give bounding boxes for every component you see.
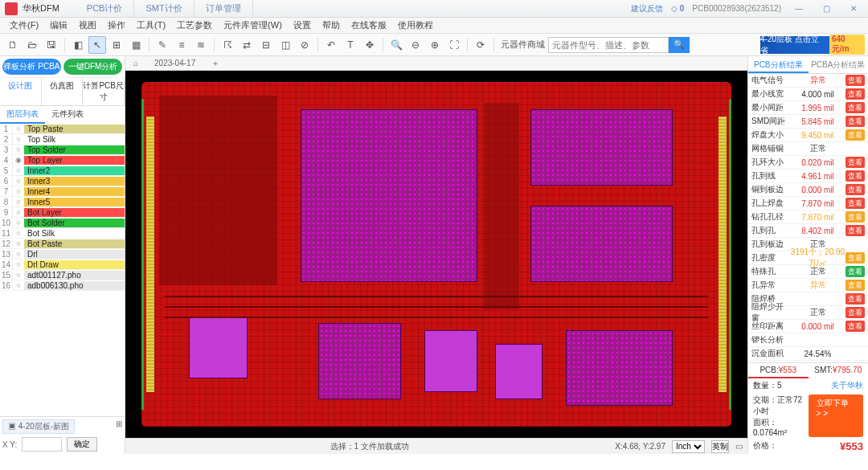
fit-icon[interactable]: ⛶ (445, 36, 463, 54)
home-icon[interactable]: ⌂ (133, 59, 138, 67)
tool-d[interactable]: ≡ (173, 36, 190, 54)
view-tag[interactable]: ▣ 4-20层板-新图 (2, 419, 75, 434)
zoom-icon[interactable]: 🔍 (387, 36, 405, 54)
layer-row[interactable]: 15○adt001127.pho (0, 270, 125, 280)
status-expand-icon[interactable]: ▭ (735, 442, 743, 451)
tab-pcba-result[interactable]: PCBA分析结果 (809, 56, 869, 73)
menu-item[interactable]: 设置 (289, 18, 316, 33)
layer-row[interactable]: 2○Top Silk (0, 134, 125, 145)
tool-b[interactable]: ⊞ (108, 36, 125, 54)
layer-row[interactable]: 7○Inner4 (0, 186, 125, 197)
menu-item[interactable]: 工具(T) (132, 18, 170, 33)
menu-item[interactable]: 文件(F) (5, 18, 43, 33)
view-button[interactable]: 查看 (845, 252, 865, 264)
view-button[interactable]: 查看 (845, 280, 865, 291)
view-button[interactable]: 查看 (845, 211, 865, 223)
share-icon[interactable]: ☈ (219, 36, 236, 54)
view-button[interactable]: 查看 (845, 88, 865, 100)
menu-item[interactable]: 操作 (103, 18, 130, 33)
text-icon[interactable]: T (342, 36, 359, 54)
view-button[interactable]: 查看 (845, 307, 865, 318)
view-button[interactable]: 查看 (845, 170, 865, 182)
tool-c[interactable]: ▦ (127, 36, 145, 54)
menu-item[interactable]: 帮助 (317, 18, 345, 33)
expand-icon[interactable]: ⊞ (116, 419, 122, 428)
layer-row[interactable]: 10○Bot Solder (0, 218, 125, 228)
top-tab[interactable]: SMT计价 (134, 0, 194, 17)
sub-tab[interactable]: 图层列表 (0, 106, 45, 124)
menu-item[interactable]: 使用教程 (393, 18, 438, 33)
layer-row[interactable]: 12○Bot Paste (0, 239, 125, 249)
view-button[interactable]: 查看 (845, 321, 865, 332)
tab-pcb-result[interactable]: PCB分析结果 (748, 56, 809, 73)
min-button[interactable]: — (789, 4, 809, 13)
view-button[interactable]: 查看 (845, 266, 865, 277)
search-input[interactable] (548, 37, 669, 53)
sub-tab[interactable]: 元件列表 (45, 106, 90, 124)
view-button[interactable]: 查看 (845, 198, 865, 209)
layer-row[interactable]: 3○Top Solder (0, 145, 125, 155)
layer-row[interactable]: 1○Top Paste (0, 124, 125, 134)
search-button[interactable]: 🔍 (669, 37, 690, 53)
top-tab[interactable]: PCB计价 (76, 0, 135, 17)
msg-count[interactable]: ◇ 0 (671, 4, 684, 13)
brush-icon[interactable]: ✎ (154, 36, 171, 54)
layer-row[interactable]: 16○adb006130.pho (0, 280, 125, 291)
layer-row[interactable]: 9○Bot Layer (0, 207, 125, 218)
add-tab-icon[interactable]: ＋ (211, 58, 219, 69)
view-button[interactable]: 查看 (845, 157, 865, 168)
zoomin-icon[interactable]: ⊕ (426, 36, 444, 54)
xy-input[interactable] (22, 437, 62, 452)
tool-e[interactable]: ≋ (192, 36, 210, 54)
unit-select[interactable]: Inch (672, 440, 705, 453)
feedback-link[interactable]: 建议反馈 (631, 3, 663, 14)
about-link[interactable]: 关于华秋 (831, 380, 863, 391)
move-icon[interactable]: ✥ (361, 36, 379, 54)
tool-g[interactable]: ◫ (276, 36, 294, 54)
delete-icon[interactable]: ⊘ (296, 36, 313, 54)
analyze-pcba-button[interactable]: 裸板分析 PCBA (2, 59, 61, 75)
layer-row[interactable]: 11○Bot Silk (0, 228, 125, 239)
promo-banner[interactable]: 4-20层板 点击立省640元/m (760, 36, 865, 54)
view-button[interactable]: 查看 (845, 116, 865, 127)
new-icon[interactable]: 🗋 (4, 36, 22, 54)
left-tab[interactable]: 仿真图 (42, 78, 84, 105)
open-icon[interactable]: 🗁 (23, 36, 41, 54)
view-button[interactable]: 查看 (845, 102, 865, 113)
view-button[interactable]: 查看 (845, 129, 865, 141)
price-tab-smt[interactable]: SMT:¥795.70 (809, 363, 869, 378)
top-tab[interactable]: 订单管理 (194, 0, 253, 17)
pcb-canvas[interactable] (125, 71, 747, 438)
unit-system-button[interactable]: 英制 (711, 440, 729, 453)
order-now-button[interactable]: 立即下单 > > (809, 394, 863, 437)
menu-item[interactable]: 元件库管理(W) (219, 18, 287, 33)
close-button[interactable]: ✕ (844, 4, 863, 13)
view-button[interactable]: 查看 (845, 225, 865, 236)
layer-row[interactable]: 4◉Top Layer (0, 155, 125, 166)
view-button[interactable]: 查看 (845, 75, 865, 86)
undo-icon[interactable]: ↶ (322, 36, 340, 54)
layer-row[interactable]: 8○Inner5 (0, 197, 125, 207)
zoomout-icon[interactable]: ⊖ (407, 36, 424, 54)
menu-item[interactable]: 工艺参数 (172, 18, 217, 33)
menu-item[interactable]: 视图 (74, 18, 101, 33)
refresh-icon[interactable]: ⟳ (472, 36, 489, 54)
save-icon[interactable]: 🖫 (43, 36, 60, 54)
swap-icon[interactable]: ⇄ (238, 36, 256, 54)
layer-row[interactable]: 6○Inner3 (0, 176, 125, 186)
view-button[interactable]: 查看 (845, 184, 865, 195)
layer-row[interactable]: 5○Inner2 (0, 166, 125, 176)
confirm-button[interactable]: 确定 (67, 437, 97, 452)
tool-a[interactable]: ◧ (69, 36, 87, 54)
left-tab[interactable]: 计算PCB尺寸 (83, 78, 125, 105)
layer-row[interactable]: 14○Drl Draw (0, 260, 125, 270)
menu-item[interactable]: 编辑 (45, 18, 72, 33)
price-tab-pcb[interactable]: PCB:¥553 (748, 363, 809, 378)
menu-item[interactable]: 在线客服 (346, 18, 391, 33)
dfm-analyze-button[interactable]: 一键DFM分析 (63, 59, 122, 75)
max-button[interactable]: ▢ (817, 4, 836, 13)
view-button[interactable]: 查看 (845, 293, 865, 304)
tool-f[interactable]: ⊟ (257, 36, 275, 54)
layer-row[interactable]: 13○Drl (0, 249, 125, 260)
left-tab[interactable]: 设计图 (0, 78, 42, 105)
